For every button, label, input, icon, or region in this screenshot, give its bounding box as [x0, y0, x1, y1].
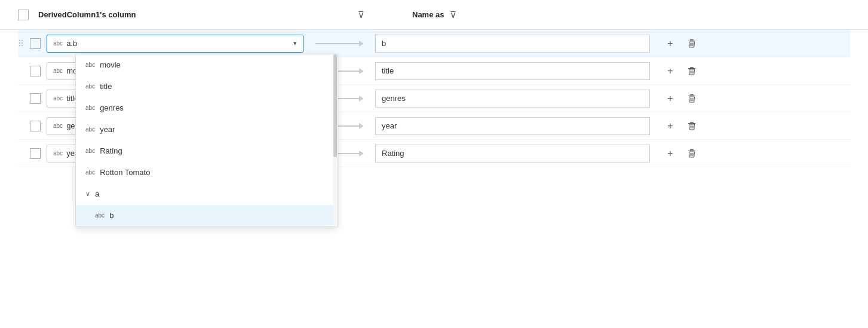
table-row: ⠿ abc a.b ▾ abc movie ab: [18, 30, 850, 57]
row-checkbox[interactable]: [30, 148, 41, 159]
svg-rect-15: [690, 122, 694, 123]
name-input-wrapper: [375, 62, 650, 80]
abc-icon: abc: [85, 62, 95, 68]
name-input-wrapper: [375, 145, 650, 163]
abc-icon: abc: [95, 212, 105, 219]
svg-rect-16: [688, 123, 695, 124]
row-actions: +: [662, 35, 700, 52]
delete-row-button[interactable]: [683, 35, 700, 52]
delete-row-button[interactable]: [683, 90, 700, 107]
column-select-wrapper: abc a.b ▾ abc movie abc title: [47, 35, 303, 53]
select-label: abc a.b: [53, 39, 77, 48]
abc-icon: abc: [85, 126, 95, 133]
dropdown-item-title[interactable]: abc title: [76, 76, 338, 97]
dropdown-scrollbar[interactable]: [333, 54, 338, 226]
svg-rect-21: [688, 151, 695, 151]
abc-icon: abc: [85, 83, 95, 90]
name-input[interactable]: [375, 117, 650, 135]
select-value: a.b: [66, 39, 77, 48]
table-header: DerivedColumn1's column ⊽ Name as ⊽: [0, 0, 868, 30]
dropdown-item-year[interactable]: abc year: [76, 119, 338, 140]
row-checkbox[interactable]: [30, 38, 41, 49]
name-input[interactable]: [375, 145, 650, 163]
dropdown-item-label: Rating: [100, 146, 122, 155]
arrow-connector: [303, 43, 375, 44]
column-select-box[interactable]: abc a.b ▾: [47, 35, 303, 53]
main-container: DerivedColumn1's column ⊽ Name as ⊽ ⠿ ab…: [0, 0, 868, 328]
abc-icon: abc: [85, 148, 95, 154]
name-input-wrapper: [375, 35, 650, 53]
abc-type-icon: abc: [53, 122, 63, 129]
name-as-header-title: Name as: [412, 10, 444, 19]
dropdown-item-label: Rotton Tomato: [100, 168, 150, 177]
name-input[interactable]: [375, 35, 650, 53]
dropdown-item-rotton-tomato[interactable]: abc Rotton Tomato: [76, 162, 338, 183]
dropdown-item-label: genres: [100, 103, 124, 112]
column-header-left: DerivedColumn1's column ⊽: [18, 10, 364, 20]
add-row-button[interactable]: +: [662, 63, 679, 79]
add-row-button[interactable]: +: [662, 145, 679, 162]
row-checkbox[interactable]: [30, 66, 41, 76]
name-input-wrapper: [375, 90, 650, 108]
svg-rect-11: [688, 96, 695, 96]
dropdown-item-genres[interactable]: abc genres: [76, 97, 338, 119]
delete-row-button[interactable]: [683, 118, 700, 134]
table-body: ⠿ abc a.b ▾ abc movie ab: [0, 30, 868, 167]
select-all-checkbox[interactable]: [18, 10, 29, 20]
row-actions: +: [662, 90, 700, 107]
name-as-filter-icon[interactable]: ⊽: [450, 10, 456, 20]
dropdown-item-label: b: [109, 211, 114, 220]
abc-icon: abc: [85, 105, 95, 111]
abc-type-icon: abc: [53, 150, 63, 157]
svg-rect-0: [690, 39, 694, 41]
dropdown-item-rating[interactable]: abc Rating: [76, 140, 338, 162]
delete-row-button[interactable]: [683, 145, 700, 162]
add-row-button[interactable]: +: [662, 35, 679, 52]
row-actions: +: [662, 145, 700, 162]
name-input[interactable]: [375, 62, 650, 80]
svg-rect-20: [690, 149, 694, 151]
dropdown-item-label: year: [100, 125, 115, 134]
add-row-button[interactable]: +: [662, 90, 679, 107]
dropdown-item-label: title: [100, 82, 112, 91]
row-checkbox[interactable]: [30, 121, 41, 131]
chevron-down-icon: ▾: [293, 39, 297, 47]
dropdown-item-label: movie: [100, 60, 121, 69]
name-input-wrapper: [375, 117, 650, 135]
chevron-right-icon: ∨: [85, 190, 90, 198]
svg-rect-5: [690, 67, 694, 68]
name-input[interactable]: [375, 90, 650, 108]
column-dropdown: abc movie abc title abc genres abc year: [75, 54, 338, 227]
column-header-title: DerivedColumn1's column: [38, 10, 352, 19]
add-row-button[interactable]: +: [662, 118, 679, 134]
abc-type-icon: abc: [53, 68, 63, 74]
dropdown-item-b[interactable]: abc b: [76, 205, 338, 226]
column-header-right: Name as ⊽: [364, 10, 850, 20]
arrow-line: [315, 43, 363, 44]
dropdown-group-a[interactable]: ∨ a: [76, 183, 338, 205]
dropdown-item-movie[interactable]: abc movie: [76, 54, 338, 76]
scrollbar-thumb: [333, 54, 337, 158]
dropdown-group-label: a: [95, 189, 99, 198]
drag-handle-icon[interactable]: ⠿: [18, 39, 30, 48]
abc-type-icon: abc: [53, 95, 63, 102]
row-actions: +: [662, 118, 700, 134]
svg-rect-10: [690, 94, 694, 96]
row-checkbox[interactable]: [30, 93, 41, 104]
abc-icon: abc: [85, 169, 95, 176]
column-filter-icon[interactable]: ⊽: [358, 10, 364, 20]
abc-type-icon: abc: [53, 40, 63, 47]
delete-row-button[interactable]: [683, 63, 700, 79]
svg-rect-6: [688, 68, 695, 69]
row-actions: +: [662, 63, 700, 79]
svg-rect-1: [688, 41, 695, 41]
select-label: abc title: [53, 94, 78, 103]
